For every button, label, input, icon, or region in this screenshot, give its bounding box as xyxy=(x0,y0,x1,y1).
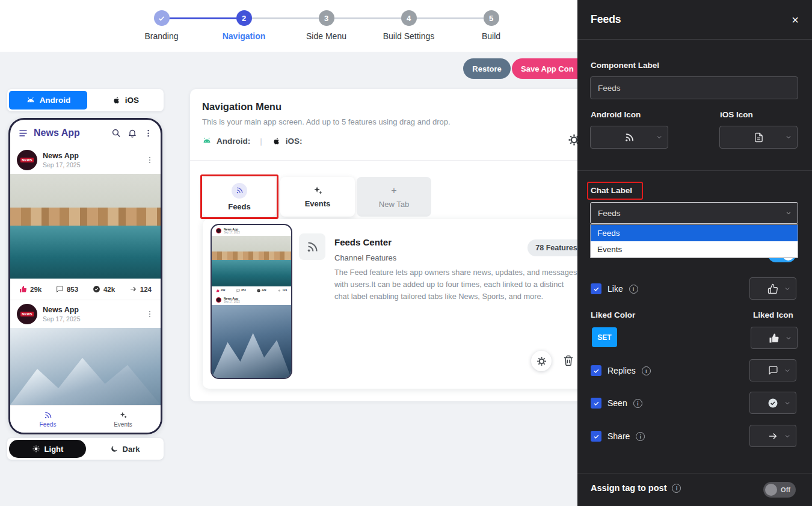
step-build-settings[interactable]: 4 Build Settings xyxy=(368,10,450,41)
info-icon[interactable]: i xyxy=(642,366,651,375)
ios-icon-label: iOS Icon xyxy=(720,110,753,119)
android-row-label: Android: xyxy=(217,137,250,146)
platform-row: Android: | iOS: xyxy=(202,136,303,146)
divider xyxy=(577,473,812,474)
replies-checkbox[interactable] xyxy=(591,365,601,376)
chat-label: Chat Label xyxy=(591,186,632,195)
seen-checkbox[interactable] xyxy=(591,398,601,409)
info-icon[interactable]: i xyxy=(636,432,645,441)
theme-dark-button[interactable]: Dark xyxy=(86,445,164,454)
document-icon xyxy=(754,132,764,143)
post-stats-row: 29k 853 42k 124 xyxy=(10,279,161,300)
like-icon-select[interactable] xyxy=(749,277,796,300)
ios-icon-select[interactable] xyxy=(719,126,798,149)
tab-new-tab-label: New Tab xyxy=(379,200,409,209)
liked-icon-select[interactable] xyxy=(751,327,798,349)
step-side-menu[interactable]: 3 Side Menu xyxy=(285,10,368,41)
step-side-menu-number: 3 xyxy=(319,10,334,26)
rss-icon xyxy=(624,132,635,143)
hamburger-menu-icon[interactable] xyxy=(18,128,28,138)
like-checkbox[interactable] xyxy=(591,283,601,294)
feeds-settings-panel: Feeds × Component Label Android Icon iOS… xyxy=(577,0,812,506)
stat-likes[interactable]: 29k xyxy=(19,285,42,293)
stat-comments[interactable]: 853 xyxy=(56,285,78,293)
rss-icon xyxy=(236,187,244,194)
post-image-venice xyxy=(10,174,161,279)
option-row-like: Like i xyxy=(591,282,638,296)
info-icon[interactable]: i xyxy=(629,285,638,294)
like-label: Like xyxy=(607,284,623,294)
phone-app-title: News App xyxy=(34,128,106,138)
separator: | xyxy=(260,137,262,146)
set-color-button[interactable]: SET xyxy=(592,327,617,347)
post-date: Sep 17, 2025 xyxy=(43,315,80,322)
phone-tab-feeds-label: Feeds xyxy=(40,421,57,428)
sun-icon xyxy=(32,445,40,453)
post-image-mountain xyxy=(10,328,161,405)
check-icon xyxy=(593,433,600,440)
stat-shares-value: 124 xyxy=(140,286,152,293)
step-build-number: 5 xyxy=(484,10,499,26)
share-checkbox[interactable] xyxy=(591,431,601,442)
replies-icon-select[interactable] xyxy=(749,359,796,381)
platform-android-button[interactable]: Android xyxy=(9,91,87,110)
phone-tab-feeds[interactable]: Feeds xyxy=(10,406,85,433)
assign-tag-toggle[interactable]: Off xyxy=(763,482,796,498)
stat-seen[interactable]: 42k xyxy=(93,285,115,293)
step-branding[interactable]: Branding xyxy=(120,10,203,41)
seen-icon-select[interactable] xyxy=(749,392,796,414)
kebab-menu-icon[interactable] xyxy=(146,310,154,318)
divider xyxy=(190,160,599,161)
theme-light-button[interactable]: Light xyxy=(9,440,86,458)
chevron-down-icon xyxy=(785,209,792,217)
liked-color-label: Liked Color xyxy=(591,310,635,319)
gear-icon xyxy=(537,356,547,366)
chat-label-select[interactable]: Feeds xyxy=(590,202,798,224)
phone-thumbnail: News App Sep 17, 2025 29k 853 42k 124 xyxy=(211,224,292,379)
feature-settings-button[interactable] xyxy=(531,351,552,371)
tab-feeds[interactable]: Feeds xyxy=(203,177,276,217)
dropdown-option-feeds[interactable]: Feeds xyxy=(591,225,798,241)
info-icon[interactable]: i xyxy=(633,399,642,408)
step-side-menu-label: Side Menu xyxy=(285,31,368,41)
chevron-down-icon xyxy=(656,134,663,141)
share-icon-select[interactable] xyxy=(749,425,796,447)
phone-tab-events-label: Events xyxy=(114,421,132,428)
phone-tab-events[interactable]: Events xyxy=(85,406,161,433)
step-build[interactable]: 5 Build xyxy=(450,10,532,41)
kebab-menu-icon[interactable] xyxy=(146,156,154,164)
android-icon xyxy=(26,96,35,105)
dropdown-option-events[interactable]: Events xyxy=(591,241,798,258)
thumb-date: Sep 17, 2025 xyxy=(224,231,240,234)
thumb-post-header: News App Sep 17, 2025 xyxy=(212,294,291,305)
avatar-text: NEWS xyxy=(20,312,34,316)
apple-icon xyxy=(112,96,121,105)
comment-icon xyxy=(56,285,64,293)
kebab-menu-icon[interactable] xyxy=(144,129,153,138)
check-icon xyxy=(593,286,600,292)
step-navigation-label: Navigation xyxy=(203,31,285,41)
bell-icon[interactable] xyxy=(128,128,137,138)
stepper: Branding 2 Navigation 3 Side Menu 4 Buil… xyxy=(120,10,535,45)
restore-button[interactable]: Restore xyxy=(463,58,511,79)
thumb-author: News App xyxy=(224,297,240,300)
platform-ios-button[interactable]: iOS xyxy=(87,96,164,105)
option-row-seen: Seen i xyxy=(591,396,642,410)
info-icon[interactable]: i xyxy=(672,484,681,493)
assign-tag-row: Assign tag to post i xyxy=(591,483,681,493)
stat-seen-value: 42k xyxy=(103,286,115,293)
apple-icon xyxy=(272,137,281,146)
component-label-input[interactable] xyxy=(590,76,798,99)
theme-light-label: Light xyxy=(45,445,64,454)
avatar-text: NEWS xyxy=(20,158,34,162)
android-icon-select[interactable] xyxy=(590,126,668,149)
tab-events[interactable]: Events xyxy=(280,177,355,217)
trash-icon[interactable] xyxy=(562,354,574,366)
stat-shares[interactable]: 124 xyxy=(129,285,152,293)
search-icon[interactable] xyxy=(111,128,121,138)
close-icon[interactable]: × xyxy=(792,14,799,26)
step-navigation[interactable]: 2 Navigation xyxy=(203,10,285,41)
post-date: Sep 17, 2025 xyxy=(43,161,80,168)
tab-new-tab[interactable]: + New Tab xyxy=(357,177,431,217)
app-builder-screen: Branding 2 Navigation 3 Side Menu 4 Buil… xyxy=(0,0,812,506)
